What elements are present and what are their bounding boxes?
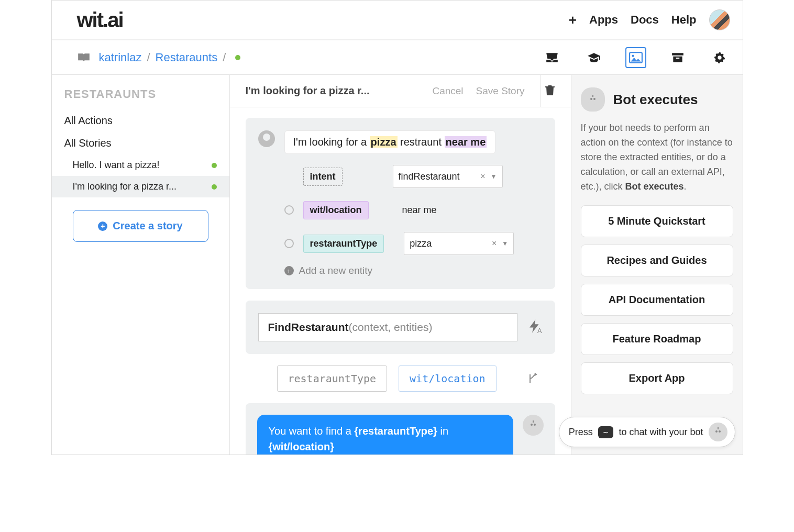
cancel-button[interactable]: Cancel [432,85,463,97]
chat-hint-pill[interactable]: Press ~ to chat with your bot [559,417,735,447]
chat-hint-pre: Press [569,427,593,438]
add-entity-button[interactable]: + Add a new entity [284,265,543,276]
help-panel: Bot executes If your bot needs to perfor… [571,75,743,455]
sidebar-all-actions[interactable]: All Actions [52,109,229,132]
plus-circle-icon: + [98,221,107,231]
help-body: If your bot needs to perform an action o… [581,121,733,194]
story-item[interactable]: Hello. I want a pizza! [52,154,229,176]
image-icon[interactable] [625,47,646,68]
bot-reply-text: You want to find a [269,425,355,437]
story-item-label: I'm looking for a pizza r... [73,181,177,192]
context-chip[interactable]: wit/location [399,365,497,392]
help-link[interactable]: Recipes and Guides [581,245,733,276]
graduation-icon[interactable] [583,47,604,68]
entity-location-label[interactable]: wit/location [303,201,369,219]
svg-text:A: A [537,327,542,335]
editor: I'm looking for a pizza r... Cancel Save… [230,75,571,455]
story-status-dot [212,184,217,190]
story-item-label: Hello. I want a pizza! [73,160,160,171]
bot-avatar-icon [523,415,544,436]
svg-point-12 [715,430,718,433]
help-link[interactable]: 5 Minute Quickstart [581,205,733,237]
svg-point-8 [590,98,592,100]
new-app-icon[interactable]: + [569,12,577,28]
story-title: I'm looking for a pizza r... [246,85,370,97]
svg-rect-6 [533,420,534,423]
breadcrumb-row: katrinlaz / Restaraunts / [52,40,743,75]
gear-icon[interactable] [709,47,730,68]
user-avatar[interactable] [709,9,730,30]
svg-point-4 [531,424,533,426]
action-code[interactable]: FindRestaraunt(context, entities) [258,313,517,341]
bot-reply-card: You want to find a {restarauntType} in {… [246,403,555,455]
action-fn-args: (context, entities) [349,321,433,333]
sidebar-all-stories[interactable]: All Stories [52,132,229,154]
bot-avatar-icon [709,423,727,441]
bot-reply-var: {wit/location} [269,441,335,452]
help-link[interactable]: Feature Roadmap [581,323,733,355]
svg-point-9 [593,98,596,100]
story-status-dot [212,163,217,168]
bot-reply-text: in [437,425,448,437]
action-fn-name: FindRestaraunt [268,321,349,333]
breadcrumb-sep2: / [223,51,226,64]
status-dot [235,55,240,60]
chevron-down-icon[interactable]: ▼ [502,240,508,247]
trash-icon[interactable] [545,84,555,98]
type-value-select[interactable]: pizza × ▼ [404,232,514,255]
bot-reply-bubble[interactable]: You want to find a {restarauntType} in {… [257,415,513,455]
user-utterance[interactable]: I'm looking for a pizza restraunt near m… [284,130,496,154]
save-story-button[interactable]: Save Story [476,85,525,97]
create-story-label: Create a story [113,220,182,232]
utterance-text: I'm looking for a [293,136,370,148]
user-avatar-icon [258,130,275,147]
bot-avatar-icon [581,87,605,112]
inbox-icon[interactable] [542,47,563,68]
breadcrumb-project[interactable]: Restaraunts [156,51,218,64]
svg-point-5 [534,424,536,426]
svg-point-13 [719,430,721,433]
chat-hint-key: ~ [598,426,614,438]
entity-radio[interactable] [284,205,294,215]
clear-icon[interactable]: × [487,239,502,248]
story-item[interactable]: I'm looking for a pizza r... [52,176,229,197]
editor-header: I'm looking for a pizza r... Cancel Save… [230,75,571,107]
chat-hint-post: to chat with your bot [619,427,703,438]
svg-rect-10 [592,95,593,97]
topbar: wit.ai + Apps Docs Help [52,1,743,40]
help-link[interactable]: Export App [581,362,733,394]
logo: wit.ai [77,8,123,32]
entity-type-label[interactable]: restarauntType [303,235,384,253]
intent-value-select[interactable]: findRestaraunt × ▼ [393,165,503,188]
sidebar: RESTARAUNTS All Actions All Stories Hell… [52,75,230,455]
create-story-button[interactable]: + Create a story [73,210,208,242]
intent-value: findRestaraunt [399,171,460,182]
add-entity-label: Add a new entity [299,265,372,276]
plus-circle-icon: + [284,266,294,275]
nav-apps[interactable]: Apps [589,13,618,27]
entity-highlight[interactable]: pizza [370,136,398,148]
nav-help[interactable]: Help [671,13,697,27]
help-title: Bot executes [613,92,698,108]
nav-docs[interactable]: Docs [631,13,659,27]
bolt-icon[interactable]: A [527,318,543,336]
entity-intent-label[interactable]: intent [303,168,343,186]
breadcrumb-user[interactable]: katrinlaz [99,51,142,64]
archive-icon[interactable] [667,47,688,68]
context-chip[interactable]: restarauntType [277,365,388,392]
breadcrumb-sep: / [147,51,150,64]
context-chips-row: restarauntType wit/location [277,365,539,392]
bot-reply-var: {restarauntType} [354,425,437,437]
svg-rect-14 [718,427,719,429]
bot-action-card: FindRestaraunt(context, entities) A [246,301,555,354]
project-icon [77,52,91,63]
chevron-down-icon[interactable]: ▼ [491,173,497,180]
clear-icon[interactable]: × [475,172,490,181]
svg-point-1 [632,54,634,57]
sidebar-title: RESTARAUNTS [52,87,229,109]
help-link[interactable]: API Documentation [581,284,733,316]
entity-highlight[interactable]: near me [445,136,487,148]
branch-icon[interactable] [527,372,539,385]
location-value: near me [397,205,442,216]
entity-radio[interactable] [284,239,294,248]
